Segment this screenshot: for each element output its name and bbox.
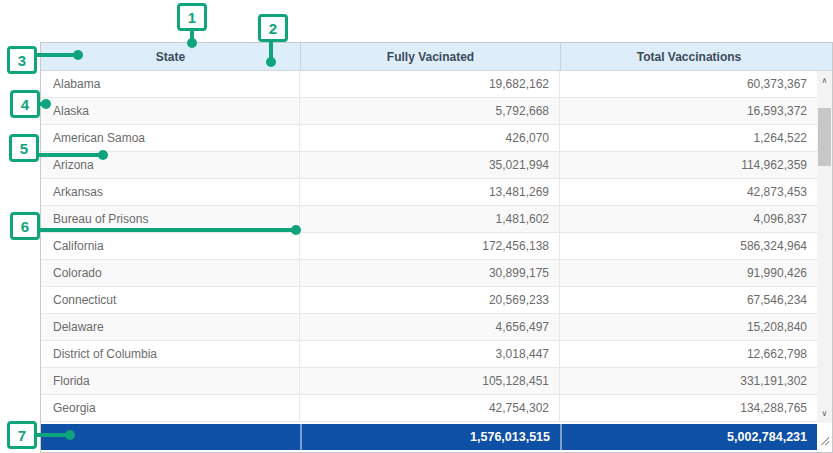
- callout-2-dot: [266, 57, 276, 67]
- total-vaccinations-cell: 1,264,522: [560, 125, 817, 151]
- state-cell: Arkansas: [41, 179, 300, 205]
- callout-1-dot: [187, 38, 197, 48]
- table-row[interactable]: District of Columbia 3,018,447 12,662,79…: [41, 341, 817, 368]
- callout-5-line: [38, 153, 102, 157]
- resize-grip-icon: [820, 436, 829, 445]
- state-cell: District of Columbia: [41, 341, 300, 367]
- table-row[interactable]: Connecticut 20,569,233 67,546,234: [41, 287, 817, 314]
- callout-6-dot: [291, 225, 301, 235]
- callout-1: 1: [177, 3, 207, 31]
- vertical-scrollbar[interactable]: ∧ ∨: [817, 71, 832, 423]
- callout-3: 3: [7, 46, 37, 74]
- table-header-row: State Fully Vacinated Total Vaccinations: [41, 43, 832, 71]
- scroll-down-button[interactable]: ∨: [817, 406, 832, 421]
- fully-vacinated-cell: 172,456,138: [300, 233, 560, 259]
- state-cell: Delaware: [41, 314, 300, 340]
- table-row[interactable]: Georgia 42,754,302 134,288,765: [41, 395, 817, 422]
- scrollbar-corner: [817, 424, 832, 452]
- totals-row: 1,576,013,515 5,002,784,231: [41, 424, 817, 450]
- table-row[interactable]: Arizona 35,021,994 114,962,359: [41, 152, 817, 179]
- table-row[interactable]: Colorado 30,899,175 91,990,426: [41, 260, 817, 287]
- total-vaccinations-cell: 586,324,964: [560, 233, 817, 259]
- fully-vacinated-cell: 4,656,497: [300, 314, 560, 340]
- callout-7-dot: [65, 430, 75, 440]
- total-vaccinations-cell: 16,593,372: [560, 98, 817, 124]
- state-cell: American Samoa: [41, 125, 300, 151]
- table-body: Alabama 19,682,162 60,373,367 Alaska 5,7…: [41, 71, 817, 422]
- state-cell: Georgia: [41, 395, 300, 421]
- total-vaccinations-cell: 114,962,359: [560, 152, 817, 178]
- scrollbar-thumb[interactable]: [818, 108, 831, 166]
- callout-3-dot: [73, 50, 83, 60]
- total-vaccinations-cell: 331,191,302: [560, 368, 817, 394]
- total-vaccinations-cell: 91,990,426: [560, 260, 817, 286]
- fully-vacinated-cell: 42,754,302: [300, 395, 560, 421]
- total-vaccinations-cell: 67,546,234: [560, 287, 817, 313]
- fully-vacinated-cell: 20,569,233: [300, 287, 560, 313]
- vaccination-table-widget: State Fully Vacinated Total Vaccinations…: [40, 42, 833, 453]
- table-row[interactable]: Arkansas 13,481,269 42,873,453: [41, 179, 817, 206]
- state-cell: Connecticut: [41, 287, 300, 313]
- callout-5: 5: [9, 134, 39, 162]
- chevron-down-icon: ∨: [822, 409, 828, 418]
- table-row[interactable]: Alabama 19,682,162 60,373,367: [41, 71, 817, 98]
- callout-3-line: [36, 53, 77, 57]
- fully-vacinated-cell: 3,018,447: [300, 341, 560, 367]
- totals-total-vaccinations-cell: 5,002,784,231: [560, 424, 817, 450]
- total-vaccinations-cell: 42,873,453: [560, 179, 817, 205]
- screenshot-canvas: State Fully Vacinated Total Vaccinations…: [0, 0, 833, 453]
- callout-4: 4: [10, 90, 40, 118]
- table-row[interactable]: Alaska 5,792,668 16,593,372: [41, 98, 817, 125]
- fully-vacinated-cell: 19,682,162: [300, 71, 560, 97]
- callout-6: 6: [10, 212, 40, 240]
- table-row[interactable]: American Samoa 426,070 1,264,522: [41, 125, 817, 152]
- table-row[interactable]: Florida 105,128,451 331,191,302: [41, 368, 817, 395]
- fully-vacinated-cell: 105,128,451: [300, 368, 560, 394]
- fully-vacinated-cell: 30,899,175: [300, 260, 560, 286]
- total-vaccinations-cell: 12,662,798: [560, 341, 817, 367]
- chevron-up-icon: ∧: [822, 76, 828, 85]
- callout-5-dot: [98, 150, 108, 160]
- fully-vacinated-cell: 5,792,668: [300, 98, 560, 124]
- fully-vacinated-cell: 13,481,269: [300, 179, 560, 205]
- callout-2: 2: [258, 14, 288, 42]
- fully-vacinated-cell: 35,021,994: [300, 152, 560, 178]
- total-vaccinations-cell: 15,208,840: [560, 314, 817, 340]
- column-header-total-vaccinations[interactable]: Total Vaccinations: [560, 43, 832, 70]
- fully-vacinated-cell: 426,070: [300, 125, 560, 151]
- callout-6-line: [39, 228, 294, 232]
- table-row[interactable]: Delaware 4,656,497 15,208,840: [41, 314, 817, 341]
- total-vaccinations-cell: 134,288,765: [560, 395, 817, 421]
- fully-vacinated-cell: 1,481,602: [300, 206, 560, 232]
- state-cell: Colorado: [41, 260, 300, 286]
- table-row[interactable]: California 172,456,138 586,324,964: [41, 233, 817, 260]
- scroll-up-button[interactable]: ∧: [817, 73, 832, 88]
- total-vaccinations-cell: 60,373,367: [560, 71, 817, 97]
- callout-7: 7: [7, 421, 37, 449]
- state-cell: California: [41, 233, 300, 259]
- state-cell: Florida: [41, 368, 300, 394]
- state-cell: Alaska: [41, 98, 300, 124]
- totals-fully-vacinated-cell: 1,576,013,515: [300, 424, 560, 450]
- column-header-fully-vacinated[interactable]: Fully Vacinated: [300, 43, 560, 70]
- totals-state-cell: [41, 424, 300, 450]
- total-vaccinations-cell: 4,096,837: [560, 206, 817, 232]
- callout-4-dot: [41, 99, 51, 109]
- state-cell: Alabama: [41, 71, 300, 97]
